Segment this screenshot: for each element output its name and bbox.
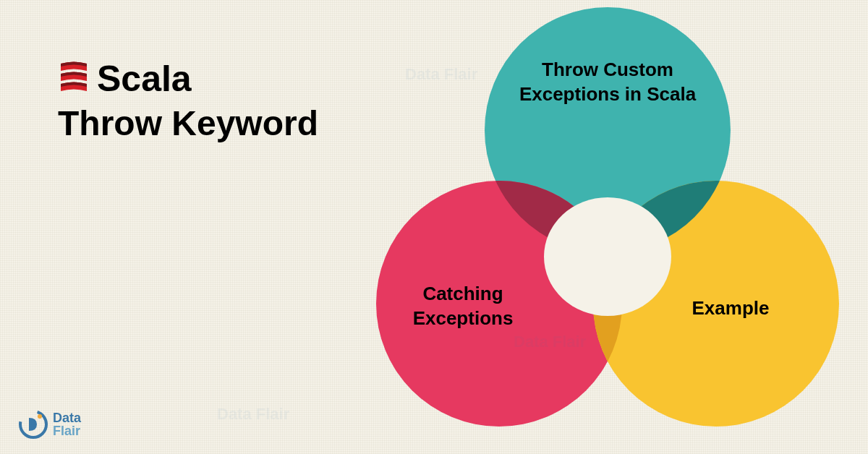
title-text-2: Throw Keyword: [58, 103, 318, 143]
brand-name-2: Flair: [53, 424, 81, 437]
watermark: Data Flair: [405, 65, 477, 84]
title-block: Scala Throw Keyword: [58, 58, 318, 143]
svg-point-7: [544, 197, 671, 316]
venn-label-top: Throw Custom Exceptions in Scala: [506, 58, 709, 107]
venn-label-left: Catching Exceptions: [398, 282, 528, 331]
svg-point-9: [38, 414, 42, 419]
brand-logo-icon: [18, 409, 48, 440]
brand-logo: Data Flair: [18, 409, 81, 440]
brand-logo-text: Data Flair: [53, 411, 81, 437]
brand-name-1: Data: [53, 411, 81, 424]
title-text-1: Scala: [97, 58, 192, 100]
venn-label-right: Example: [665, 296, 796, 321]
watermark: Data Flair: [217, 405, 289, 424]
watermark: Data Flair: [514, 333, 586, 351]
scala-icon: [58, 58, 90, 100]
title-line1: Scala: [58, 58, 318, 100]
